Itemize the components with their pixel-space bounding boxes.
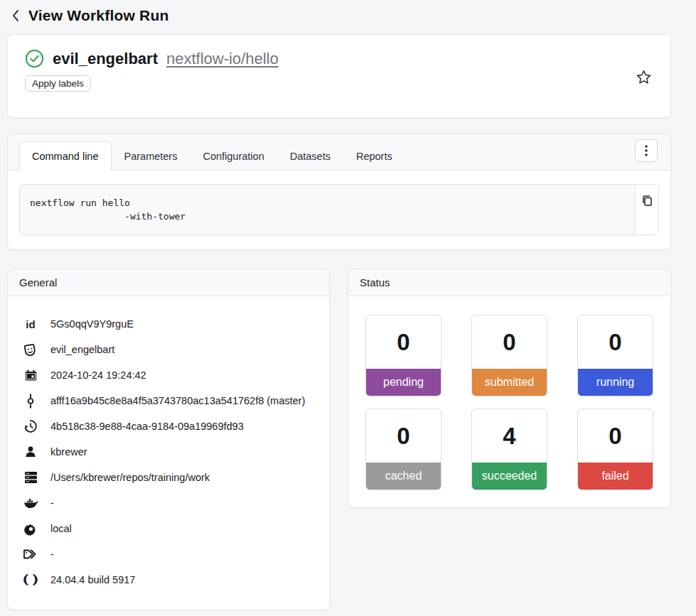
cached-label: cached	[366, 463, 441, 490]
failed-label: failed	[578, 463, 653, 490]
page-title: View Workflow Run	[28, 7, 168, 24]
general-row-tags: -	[22, 541, 316, 567]
id-label: id	[22, 318, 39, 330]
tab-configuration[interactable]: Configuration	[190, 141, 277, 171]
nextflow-icon	[22, 573, 39, 587]
general-row-container: -	[22, 490, 316, 516]
chevron-left-icon	[11, 9, 20, 22]
general-row-date: 2024-10-24 19:24:42	[22, 362, 316, 388]
tab-strip: Command line Parameters Configuration Da…	[8, 134, 670, 171]
succeeded-label: succeeded	[472, 463, 547, 490]
commit-icon	[22, 394, 39, 409]
command-line-code: nextflow run hello -with-tower	[20, 185, 635, 234]
status-tile-running: 0 running	[577, 315, 653, 396]
general-row-id: id 5Gs0qqV9Y9rguE	[22, 311, 316, 337]
run-name: evil_engelbart	[53, 50, 158, 68]
history-icon	[22, 419, 39, 433]
panels-row: General id 5Gs0qqV9Y9rguE	[7, 269, 671, 610]
container-value: -	[50, 497, 54, 509]
pending-count: 0	[366, 315, 441, 369]
repo-link[interactable]: nextflow-io/hello	[166, 50, 279, 68]
command-line-panel: nextflow run hello -with-tower	[8, 171, 670, 249]
tags-value: -	[50, 549, 54, 560]
general-row-commit: afff16a9b45c8e8a4f5a3743780ac13a541762f8…	[22, 388, 316, 414]
cached-count: 0	[366, 409, 441, 463]
status-panel-title: Status	[348, 269, 670, 296]
gear-icon	[22, 522, 39, 536]
status-tile-succeeded: 4 succeeded	[471, 409, 547, 490]
launched-by-value: kbrewer	[50, 446, 87, 458]
general-row-workdir: /Users/kbrewer/repos/training/work	[22, 465, 316, 490]
executor-value: local	[50, 523, 72, 534]
run-id-value: 5Gs0qqV9Y9rguE	[50, 318, 134, 330]
run-details-card: Command line Parameters Configuration Da…	[7, 134, 671, 250]
apply-labels-button[interactable]: Apply labels	[25, 75, 91, 92]
general-panel-title: General	[8, 269, 329, 296]
user-icon	[22, 445, 39, 458]
tab-command-line[interactable]: Command line	[19, 141, 112, 171]
docker-icon	[22, 497, 39, 509]
general-row-user: kbrewer	[22, 439, 316, 465]
star-icon	[636, 69, 652, 85]
more-options-button[interactable]	[635, 139, 658, 162]
submitted-label: submitted	[472, 369, 547, 396]
command-text: nextflow run hello -with-tower	[30, 196, 625, 223]
tab-datasets[interactable]: Datasets	[277, 141, 343, 171]
server-icon	[22, 471, 39, 484]
calendar-icon	[22, 369, 39, 382]
status-tile-cached: 0 cached	[365, 409, 441, 490]
nextflow-version-value: 24.04.4 build 5917	[50, 574, 135, 585]
status-tile-pending: 0 pending	[365, 315, 441, 396]
kebab-menu-icon	[645, 145, 648, 156]
copy-icon	[642, 195, 653, 206]
tab-reports[interactable]: Reports	[343, 141, 405, 171]
workdir-value: /Users/kbrewer/repos/training/work	[50, 472, 210, 483]
session-id-value: 4b518c38-9e88-4caa-9184-09a19969fd93	[50, 421, 244, 432]
run-name-value: evil_engelbart	[50, 344, 114, 355]
back-button[interactable]	[10, 8, 21, 23]
pending-label: pending	[366, 369, 441, 396]
general-panel: General id 5Gs0qqV9Y9rguE	[7, 269, 330, 610]
star-button[interactable]	[636, 69, 652, 85]
general-row-executor: local	[22, 516, 316, 541]
status-tile-failed: 0 failed	[577, 409, 653, 490]
submitted-count: 0	[472, 315, 547, 369]
tags-icon	[22, 548, 39, 561]
page-header: View Workflow Run	[0, 0, 696, 28]
general-row-run-name: evil_engelbart	[22, 337, 316, 362]
copy-button[interactable]	[635, 185, 658, 234]
general-row-session: 4b518c38-9e88-4caa-9184-09a19969fd93	[22, 414, 316, 439]
commit-value: afff16a9b45c8e8a4f5a3743780ac13a541762f8…	[50, 395, 305, 406]
run-summary-card: evil_engelbart nextflow-io/hello Apply l…	[7, 34, 671, 118]
view-workflow-run-page: View Workflow Run evil_engelbart nextflo…	[0, 0, 696, 616]
tab-parameters[interactable]: Parameters	[112, 141, 191, 171]
running-label: running	[578, 369, 653, 396]
failed-count: 0	[578, 409, 653, 463]
status-panel: Status 0 pending 0 submitted 0 running 0…	[348, 269, 671, 508]
general-row-nextflow-version: 24.04.4 build 5917	[22, 567, 316, 593]
running-count: 0	[578, 315, 653, 369]
start-date-value: 2024-10-24 19:24:42	[50, 369, 146, 381]
success-check-icon	[25, 49, 44, 68]
mask-icon	[22, 342, 39, 357]
succeeded-count: 4	[472, 409, 547, 463]
command-line-block: nextflow run hello -with-tower	[19, 184, 659, 235]
status-tile-submitted: 0 submitted	[471, 315, 547, 396]
